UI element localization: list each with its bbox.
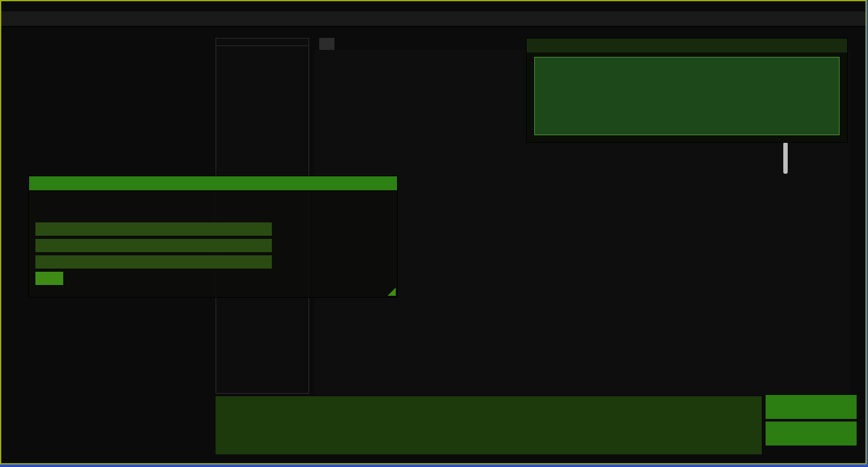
resize-grip[interactable] <box>388 288 396 296</box>
subs-header <box>216 39 309 46</box>
send-file-button[interactable] <box>766 395 857 419</box>
subs-list <box>216 46 309 51</box>
paste-file-button[interactable] <box>766 422 857 446</box>
chat-id-row <box>35 222 278 236</box>
join-group-window <box>29 176 397 297</box>
join-button[interactable] <box>35 272 63 285</box>
tab-debug[interactable] <box>319 38 334 50</box>
dht-histogram-window <box>527 39 847 142</box>
dht-histogram-plot[interactable] <box>534 57 840 135</box>
chat-id-input[interactable] <box>35 222 272 236</box>
message-input[interactable] <box>216 396 762 454</box>
join-name-input[interactable] <box>35 239 272 252</box>
menubar <box>1 11 865 27</box>
join-group-titlebar[interactable] <box>29 176 397 190</box>
chat-scrollbar-thumb[interactable] <box>783 142 788 174</box>
join-group-description <box>29 190 397 195</box>
join-password-row <box>35 255 278 269</box>
join-name-row <box>35 239 278 252</box>
window-titlebar[interactable] <box>1 1 865 11</box>
join-password-input[interactable] <box>35 255 272 269</box>
dht-histogram-titlebar[interactable] <box>527 39 847 52</box>
